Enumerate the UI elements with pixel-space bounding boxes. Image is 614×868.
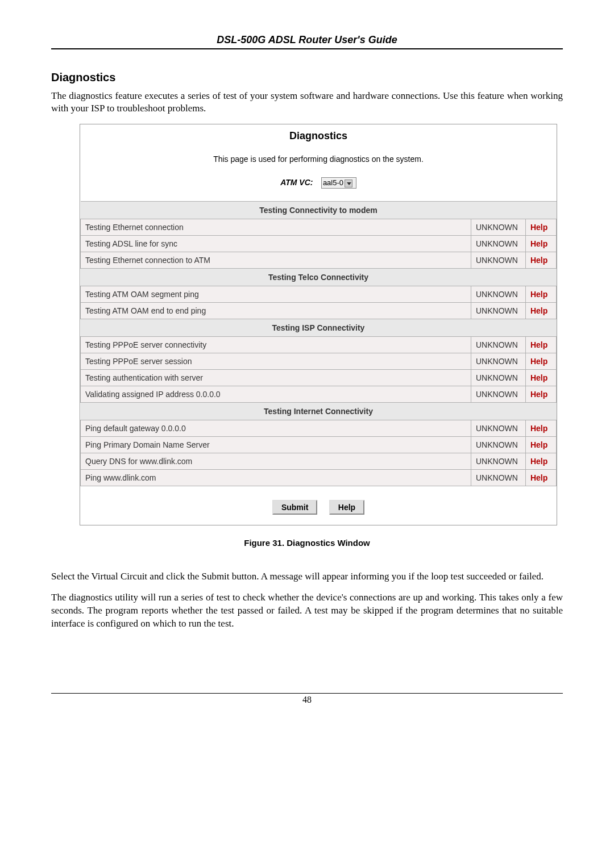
status-cell: UNKNOWN	[471, 336, 525, 353]
test-label: Ping www.dlink.com	[81, 469, 471, 486]
help-link[interactable]: Help	[525, 369, 556, 386]
submit-button[interactable]: Submit	[272, 500, 317, 515]
help-link[interactable]: Help	[525, 286, 556, 302]
page-footer: 48	[51, 693, 563, 705]
test-label: Testing ATM OAM end to end ping	[81, 302, 471, 319]
table-row: Query DNS for www.dlink.com UNKNOWN Help	[81, 453, 557, 469]
table-row: Testing PPPoE server session UNKNOWN Hel…	[81, 353, 557, 369]
help-link[interactable]: Help	[525, 235, 556, 252]
status-cell: UNKNOWN	[471, 436, 525, 453]
test-label: Ping default gateway 0.0.0.0	[81, 420, 471, 436]
table-row: Testing authentication with server UNKNO…	[81, 369, 557, 386]
test-label: Testing PPPoE server connectivity	[81, 336, 471, 353]
atm-vc-value: aal5-0	[323, 178, 343, 187]
table-row: Validating assigned IP address 0.0.0.0 U…	[81, 386, 557, 402]
table-row: Ping www.dlink.com UNKNOWN Help	[81, 469, 557, 486]
figure-caption: Figure 31. Diagnostics Window	[51, 538, 563, 548]
status-cell: UNKNOWN	[471, 386, 525, 402]
status-cell: UNKNOWN	[471, 353, 525, 369]
help-link[interactable]: Help	[525, 386, 556, 402]
help-link[interactable]: Help	[525, 252, 556, 268]
test-label: Testing authentication with server	[81, 369, 471, 386]
status-cell: UNKNOWN	[471, 469, 525, 486]
status-cell: UNKNOWN	[471, 219, 525, 235]
test-label: Validating assigned IP address 0.0.0.0	[81, 386, 471, 402]
table-section-header: Testing Internet Connectivity	[81, 402, 557, 420]
atm-vc-label: ATM VC:	[280, 178, 313, 187]
section-header-text: Testing ISP Connectivity	[81, 319, 557, 336]
intro-paragraph: The diagnostics feature executes a serie…	[51, 90, 563, 115]
test-label: Testing Ethernet connection to ATM	[81, 252, 471, 268]
help-link[interactable]: Help	[525, 353, 556, 369]
diagnostics-panel: Diagnostics This page is used for perfor…	[80, 124, 557, 525]
body-paragraph-2: The diagnostics utility will run a serie…	[51, 591, 563, 631]
help-link[interactable]: Help	[525, 469, 556, 486]
test-label: Ping Primary Domain Name Server	[81, 436, 471, 453]
section-header-text: Testing Internet Connectivity	[81, 402, 557, 420]
table-section-header: Testing ISP Connectivity	[81, 319, 557, 336]
help-link[interactable]: Help	[525, 420, 556, 436]
help-button[interactable]: Help	[329, 500, 364, 515]
atm-vc-select[interactable]: aal5-0	[321, 177, 356, 189]
button-row: Submit Help	[80, 486, 557, 525]
status-cell: UNKNOWN	[471, 420, 525, 436]
table-row: Testing Ethernet connection to ATM UNKNO…	[81, 252, 557, 268]
section-heading: Diagnostics	[51, 71, 563, 84]
table-section-header: Testing Connectivity to modem	[81, 201, 557, 219]
panel-description: This page is used for performing diagnos…	[80, 155, 557, 164]
body-paragraph-1: Select the Virtual Circuit and click the…	[51, 570, 563, 583]
chevron-down-icon	[345, 180, 352, 187]
table-row: Testing PPPoE server connectivity UNKNOW…	[81, 336, 557, 353]
help-link[interactable]: Help	[525, 336, 556, 353]
help-link[interactable]: Help	[525, 453, 556, 469]
section-header-text: Testing Telco Connectivity	[81, 268, 557, 286]
status-cell: UNKNOWN	[471, 252, 525, 268]
table-section-header: Testing Telco Connectivity	[81, 268, 557, 286]
test-label: Testing Ethernet connection	[81, 219, 471, 235]
help-link[interactable]: Help	[525, 436, 556, 453]
status-cell: UNKNOWN	[471, 453, 525, 469]
diagnostics-table: Testing Connectivity to modem Testing Et…	[80, 201, 557, 486]
table-row: Testing ATM OAM end to end ping UNKNOWN …	[81, 302, 557, 319]
test-label: Testing ADSL line for sync	[81, 235, 471, 252]
test-label: Query DNS for www.dlink.com	[81, 453, 471, 469]
status-cell: UNKNOWN	[471, 302, 525, 319]
table-row: Testing Ethernet connection UNKNOWN Help	[81, 219, 557, 235]
document-header: DSL-500G ADSL Router User's Guide	[51, 34, 563, 49]
help-link[interactable]: Help	[525, 302, 556, 319]
page-number: 48	[302, 695, 312, 704]
test-label: Testing ATM OAM segment ping	[81, 286, 471, 302]
panel-title: Diagnostics	[80, 130, 557, 142]
help-link[interactable]: Help	[525, 219, 556, 235]
test-label: Testing PPPoE server session	[81, 353, 471, 369]
section-header-text: Testing Connectivity to modem	[81, 201, 557, 219]
table-row: Testing ADSL line for sync UNKNOWN Help	[81, 235, 557, 252]
status-cell: UNKNOWN	[471, 235, 525, 252]
table-row: Ping Primary Domain Name Server UNKNOWN …	[81, 436, 557, 453]
table-row: Testing ATM OAM segment ping UNKNOWN Hel…	[81, 286, 557, 302]
status-cell: UNKNOWN	[471, 286, 525, 302]
table-row: Ping default gateway 0.0.0.0 UNKNOWN Hel…	[81, 420, 557, 436]
atm-vc-row: ATM VC: aal5-0	[80, 177, 557, 189]
status-cell: UNKNOWN	[471, 369, 525, 386]
